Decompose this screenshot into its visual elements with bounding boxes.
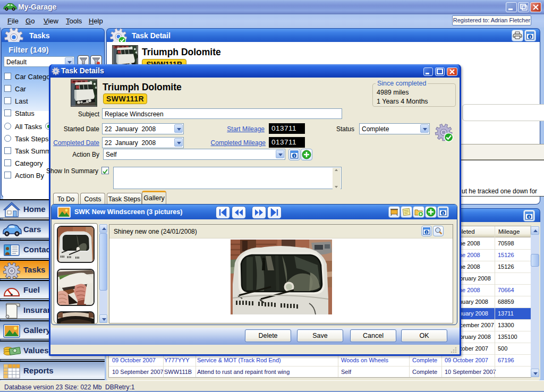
svg-text:i: i — [443, 211, 444, 216]
svg-text:i: i — [294, 154, 295, 158]
svg-text:i: i — [529, 215, 530, 219]
svg-text:i: i — [426, 230, 427, 235]
svg-text:i: i — [530, 35, 531, 39]
